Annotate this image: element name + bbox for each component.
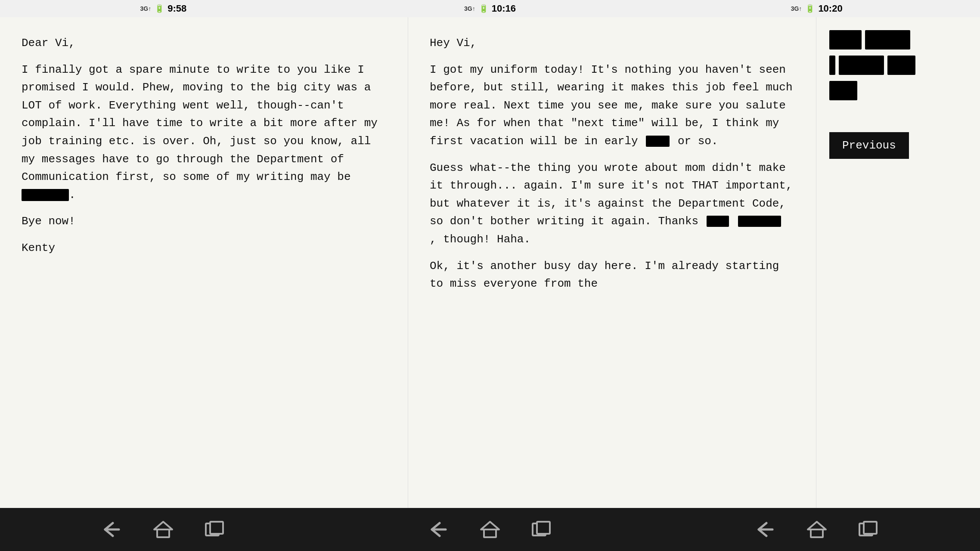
back-icon-1: [101, 521, 122, 538]
status-panel-3: 3G↑ 🔋 10:20: [653, 0, 980, 17]
status-panel-1: 3G↑ 🔋 9:58: [0, 0, 327, 17]
status-bar: 3G↑ 🔋 9:58 3G↑ 🔋 10:16 3G↑ 🔋 10:20: [0, 0, 980, 17]
redacted-r1-1: [829, 30, 862, 50]
signal-icon-2: 3G↑: [464, 5, 475, 12]
svg-rect-9: [537, 522, 550, 534]
recents-icon-1: [204, 520, 226, 539]
back-icon-2: [428, 521, 449, 538]
nav-section-1: [0, 508, 327, 551]
redacted-block-1: [22, 189, 69, 201]
redacted-block-2: [646, 136, 670, 147]
redacted-r2-1: [829, 56, 835, 75]
letter2-body3: Ok, it's another busy day here. I'm alre…: [430, 257, 794, 293]
back-button-3[interactable]: [752, 519, 778, 540]
letter2-greeting: Hey Vi,: [430, 34, 794, 53]
letter-panel-2: Hey Vi, I got my uniform today! It's not…: [408, 17, 816, 508]
svg-rect-7: [484, 529, 496, 537]
time-3: 10:20: [818, 3, 842, 14]
redacted-r3-1: [829, 81, 857, 100]
letter2-body2: Guess what--the thing you wrote about mo…: [430, 159, 794, 249]
status-panel-2: 3G↑ 🔋 10:16: [327, 0, 654, 17]
letter-panel-1: Dear Vi, I finally got a spare minute to…: [0, 17, 408, 508]
nav-section-3: [653, 508, 980, 551]
nav-section-2: [327, 508, 654, 551]
back-button-2[interactable]: [425, 519, 451, 540]
battery-indicator-1: 🔋: [155, 4, 164, 13]
redacted-r2-2: [839, 56, 884, 75]
recents-icon-3: [858, 520, 879, 539]
right-panel: Previous: [816, 17, 980, 508]
home-icon-3: [806, 520, 828, 539]
redacted-r1-2: [865, 30, 910, 50]
redacted-block-4: [738, 216, 781, 227]
redacted-row-3: [829, 81, 857, 100]
back-icon-3: [754, 521, 776, 538]
svg-marker-11: [808, 522, 826, 529]
recents-button-2[interactable]: [529, 519, 555, 540]
battery-indicator-3: 🔋: [805, 4, 815, 13]
letter1-greeting: Dear Vi,: [22, 34, 386, 53]
svg-rect-12: [811, 529, 823, 537]
time-1: 9:58: [167, 3, 186, 14]
home-icon-1: [152, 520, 174, 539]
signal-icon-1: 3G↑: [140, 5, 151, 12]
recents-button-1[interactable]: [202, 519, 228, 540]
redacted-row-1: [829, 30, 910, 50]
recents-button-3[interactable]: [856, 519, 881, 540]
recents-icon-2: [531, 520, 552, 539]
battery-indicator-2: 🔋: [479, 4, 488, 13]
letter1-signature: Kenty: [22, 239, 386, 257]
time-2: 10:16: [492, 3, 516, 14]
previous-button[interactable]: Previous: [829, 132, 909, 159]
letter2-body1: I got my uniform today! It's nothing you…: [430, 61, 794, 151]
main-content: Dear Vi, I finally got a spare minute to…: [0, 17, 980, 508]
svg-marker-6: [481, 522, 499, 529]
svg-rect-2: [157, 529, 169, 537]
home-button-2[interactable]: [477, 519, 503, 540]
home-button-3[interactable]: [804, 519, 830, 540]
home-button-1[interactable]: [150, 519, 176, 540]
redacted-r2-3: [887, 56, 915, 75]
svg-marker-1: [154, 522, 172, 529]
nav-bar: [0, 508, 980, 551]
home-icon-2: [479, 520, 501, 539]
letter1-farewell: Bye now!: [22, 213, 386, 231]
signal-icon-3: 3G↑: [791, 5, 802, 12]
back-button-1[interactable]: [99, 519, 124, 540]
letter1-body1: I finally got a spare minute to write to…: [22, 61, 386, 204]
svg-rect-4: [210, 522, 223, 534]
redacted-block-3: [707, 216, 729, 227]
redacted-row-2: [829, 56, 915, 75]
svg-rect-14: [864, 522, 877, 534]
